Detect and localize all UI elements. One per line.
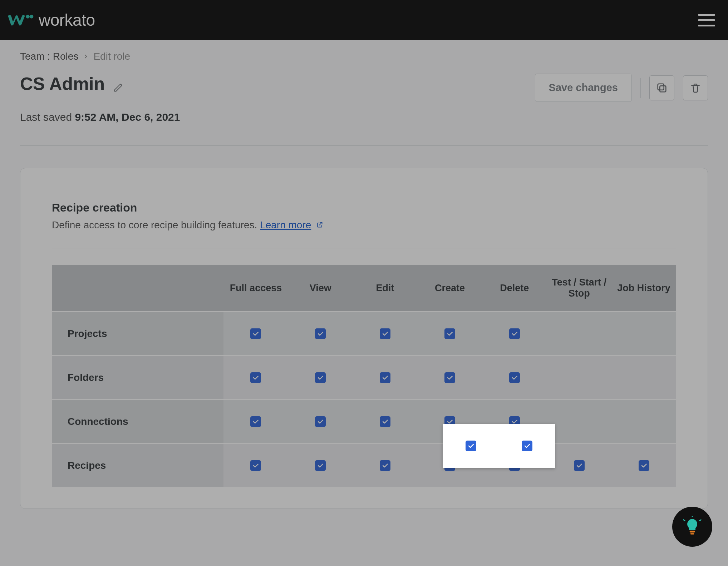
lightbulb-icon xyxy=(682,516,703,537)
external-link-icon xyxy=(316,219,323,231)
permission-cell xyxy=(482,312,547,356)
checkbox[interactable] xyxy=(315,328,326,339)
breadcrumb-root[interactable]: Team : Roles xyxy=(20,51,78,62)
column-header: Delete xyxy=(482,265,547,312)
permission-cell xyxy=(288,312,353,356)
permission-cell xyxy=(223,356,288,400)
permission-cell xyxy=(353,312,418,356)
permission-cell xyxy=(288,356,353,400)
permissions-table: Full access View Edit Create Delete Test… xyxy=(52,265,676,487)
permission-cell xyxy=(611,444,676,487)
svg-rect-4 xyxy=(690,531,695,532)
divider xyxy=(20,145,708,146)
checkbox[interactable] xyxy=(509,328,520,339)
permission-cell xyxy=(547,356,611,400)
breadcrumb-current: Edit role xyxy=(93,51,130,62)
row-label: Recipes xyxy=(52,444,223,487)
table-row: Folders xyxy=(52,356,676,400)
permission-cell xyxy=(288,444,353,487)
table-row: Projects xyxy=(52,312,676,356)
breadcrumb: Team : Roles Edit role xyxy=(20,51,708,62)
permission-cell xyxy=(353,356,418,400)
row-label: Connections xyxy=(52,400,223,444)
column-header: Job History xyxy=(611,265,676,312)
highlight-callout xyxy=(443,424,555,468)
column-header: Edit xyxy=(353,265,418,312)
svg-line-7 xyxy=(683,520,685,521)
help-fab[interactable] xyxy=(672,507,712,547)
top-navbar: workato xyxy=(0,0,728,40)
permission-cell xyxy=(288,400,353,444)
checkbox[interactable] xyxy=(509,372,520,383)
checkbox-connections-delete[interactable] xyxy=(522,441,532,451)
chevron-right-icon xyxy=(83,51,89,62)
trash-icon xyxy=(690,82,701,94)
table-header-row: Full access View Edit Create Delete Test… xyxy=(52,265,676,312)
permissions-panel: Recipe creation Define access to core re… xyxy=(20,168,708,509)
checkbox[interactable] xyxy=(315,416,326,427)
learn-more-link[interactable]: Learn more xyxy=(260,219,311,230)
table-row: Connections xyxy=(52,400,676,444)
svg-rect-3 xyxy=(658,84,664,90)
permission-cell xyxy=(223,312,288,356)
section-subtitle: Define access to core recipe building fe… xyxy=(52,219,676,231)
checkbox[interactable] xyxy=(250,460,261,471)
checkbox-connections-create[interactable] xyxy=(466,441,476,451)
permission-cell xyxy=(418,312,482,356)
checkbox[interactable] xyxy=(250,372,261,383)
last-saved: Last saved 9:52 AM, Dec 6, 2021 xyxy=(20,111,708,123)
permission-cell xyxy=(223,444,288,487)
save-button[interactable]: Save changes xyxy=(535,74,632,102)
vertical-divider xyxy=(640,78,641,98)
brand-logo[interactable]: workato xyxy=(7,10,95,30)
checkbox[interactable] xyxy=(380,328,390,339)
table-row: Recipes xyxy=(52,444,676,487)
pencil-icon[interactable] xyxy=(114,83,123,94)
permission-cell xyxy=(547,444,611,487)
checkbox[interactable] xyxy=(315,460,326,471)
checkbox[interactable] xyxy=(380,460,390,471)
permission-cell xyxy=(547,400,611,444)
row-label: Projects xyxy=(52,312,223,356)
permission-cell xyxy=(611,356,676,400)
svg-point-1 xyxy=(30,15,33,18)
permission-cell xyxy=(611,312,676,356)
column-header xyxy=(52,265,223,312)
checkbox[interactable] xyxy=(574,460,585,471)
svg-rect-2 xyxy=(660,86,666,92)
row-label: Folders xyxy=(52,356,223,400)
permission-cell xyxy=(353,400,418,444)
checkbox[interactable] xyxy=(250,416,261,427)
workato-icon xyxy=(7,11,34,29)
column-header: Create xyxy=(418,265,482,312)
permission-cell xyxy=(482,356,547,400)
section-title: Recipe creation xyxy=(52,201,676,214)
permission-cell xyxy=(223,400,288,444)
page-title: CS Admin xyxy=(20,74,105,94)
column-header: Test / Start / Stop xyxy=(547,265,611,312)
permission-cell xyxy=(547,312,611,356)
column-header: Full access xyxy=(223,265,288,312)
copy-icon xyxy=(656,82,668,94)
checkbox[interactable] xyxy=(380,416,390,427)
checkbox[interactable] xyxy=(380,372,390,383)
column-header: View xyxy=(288,265,353,312)
permission-cell xyxy=(418,356,482,400)
checkbox[interactable] xyxy=(250,328,261,339)
permission-cell xyxy=(611,400,676,444)
section-divider xyxy=(52,248,676,248)
checkbox[interactable] xyxy=(315,372,326,383)
menu-icon[interactable] xyxy=(695,11,718,29)
svg-rect-5 xyxy=(690,533,694,535)
checkbox[interactable] xyxy=(444,372,455,383)
svg-line-8 xyxy=(699,520,701,521)
svg-point-0 xyxy=(26,15,30,18)
permission-cell xyxy=(353,444,418,487)
duplicate-button[interactable] xyxy=(649,75,674,100)
checkbox[interactable] xyxy=(444,328,455,339)
brand-name: workato xyxy=(39,10,95,30)
checkbox[interactable] xyxy=(639,460,649,471)
delete-button[interactable] xyxy=(683,75,708,100)
